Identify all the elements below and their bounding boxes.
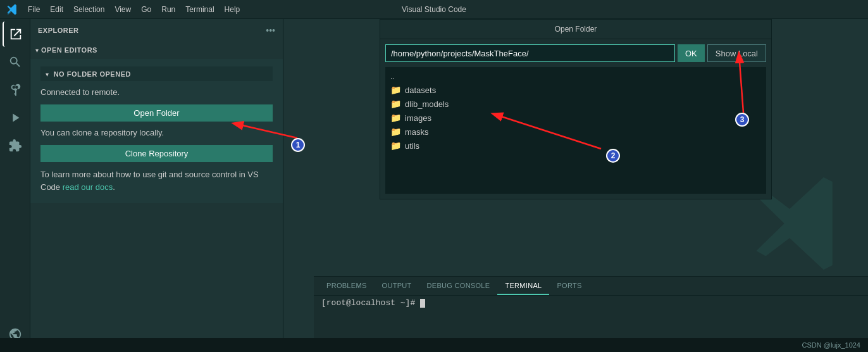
dialog-file-list: .. 📁 datasets 📁 dlib_models 📁 images — [385, 67, 766, 194]
folder-icon: 📁 — [390, 113, 401, 123]
run-debug-activity-icon[interactable] — [3, 105, 28, 130]
menu-go[interactable]: Go — [141, 5, 151, 14]
folder-icon: 📁 — [390, 99, 401, 109]
annotation-3: 3 — [735, 113, 749, 127]
dialog-show-local-button[interactable]: Show Local — [707, 44, 766, 62]
open-folder-button[interactable]: Open Folder — [40, 104, 273, 122]
menu-edit[interactable]: Edit — [50, 5, 63, 14]
status-bar: CSDN @lujx_1024 — [0, 338, 868, 352]
dialog-title: Open Folder — [380, 20, 771, 39]
clone-repo-text: You can clone a repository locally. — [40, 128, 273, 137]
open-editors-section-header[interactable]: ▾ Open Editors — [30, 41, 283, 59]
activity-bar — [0, 19, 30, 352]
title-bar: File Edit Selection View Go Run Terminal… — [0, 0, 868, 19]
open-folder-dialog: Open Folder OK Show Local .. 📁 datasets — [380, 19, 772, 199]
connected-to-remote-text: Connected to remote. — [40, 87, 273, 97]
explorer-activity-icon[interactable] — [3, 22, 28, 47]
open-folder-dialog-overlay: Open Folder OK Show Local .. 📁 datasets — [283, 19, 868, 352]
source-control-activity-icon[interactable] — [3, 77, 28, 103]
sidebar-more-options-icon[interactable]: ••• — [266, 25, 275, 35]
folder-icon: 📁 — [390, 141, 401, 151]
dialog-input-row: OK Show Local — [385, 44, 766, 62]
learn-text: To learn more about how to use git and s… — [40, 168, 273, 193]
menu-bar: File Edit Selection View Go Run Terminal… — [28, 5, 240, 14]
sidebar-title: Explorer — [38, 27, 79, 34]
menu-help[interactable]: Help — [225, 5, 240, 14]
main-layout: Explorer ••• ▾ Open Editors ▾ No Folder … — [0, 19, 868, 352]
editor-area: Open Folder OK Show Local .. 📁 datasets — [283, 19, 868, 352]
folder-icon: 📁 — [390, 127, 401, 137]
read-docs-link[interactable]: read our docs — [63, 182, 113, 192]
sidebar-header-actions: ••• — [266, 25, 275, 35]
list-item[interactable]: 📁 masks — [385, 125, 766, 139]
status-bar-text: CSDN @lujx_1024 — [802, 341, 861, 349]
extensions-activity-icon[interactable] — [3, 133, 28, 158]
list-item[interactable]: 📁 datasets — [385, 83, 766, 97]
menu-view[interactable]: View — [115, 5, 131, 14]
no-folder-chevron-icon: ▾ — [46, 71, 49, 78]
list-item[interactable]: 📁 dlib_models — [385, 97, 766, 111]
dialog-content: OK Show Local .. 📁 datasets 📁 dlib_model… — [380, 39, 771, 199]
menu-selection[interactable]: Selection — [73, 5, 104, 14]
sidebar: Explorer ••• ▾ Open Editors ▾ No Folder … — [30, 19, 283, 352]
open-editors-title: Open Editors — [41, 46, 97, 54]
folder-icon: 📁 — [390, 85, 401, 95]
no-folder-header[interactable]: ▾ No Folder Opened — [40, 66, 273, 81]
list-item[interactable]: 📁 images — [385, 111, 766, 125]
annotation-2: 2 — [606, 149, 620, 163]
parent-dir-item[interactable]: .. — [385, 70, 766, 83]
window-title: Visual Studio Code — [402, 5, 466, 14]
menu-file[interactable]: File — [28, 5, 40, 14]
annotation-1: 1 — [291, 138, 305, 152]
menu-terminal[interactable]: Terminal — [185, 5, 214, 14]
folder-path-input[interactable] — [385, 44, 675, 62]
open-editors-chevron-icon: ▾ — [35, 47, 39, 54]
menu-run[interactable]: Run — [161, 5, 175, 14]
no-folder-title: No Folder Opened — [54, 70, 131, 78]
search-activity-icon[interactable] — [3, 49, 28, 75]
title-bar-left: File Edit Selection View Go Run Terminal… — [6, 4, 240, 15]
list-item[interactable]: 📁 utils — [385, 139, 766, 153]
dialog-ok-button[interactable]: OK — [678, 44, 705, 62]
no-folder-section: ▾ No Folder Opened Connected to remote. … — [30, 59, 283, 203]
sidebar-header: Explorer ••• — [30, 19, 283, 41]
vscode-logo-icon — [6, 4, 18, 15]
clone-repository-button[interactable]: Clone Repository — [40, 145, 273, 162]
